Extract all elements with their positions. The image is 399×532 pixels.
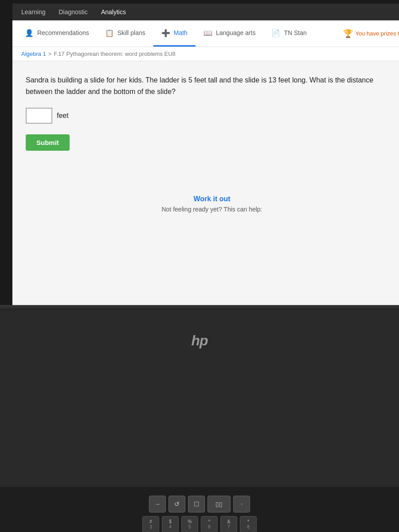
nav-item-learning[interactable]: Learning xyxy=(21,8,46,16)
key-8[interactable]: * 8 xyxy=(240,516,257,532)
key-window[interactable]: ☐ xyxy=(188,496,205,512)
answer-unit: feet xyxy=(57,112,69,120)
tab-math[interactable]: ➕ Math xyxy=(153,20,196,47)
language-arts-icon: 📖 xyxy=(203,29,212,37)
key-5[interactable]: % 5 xyxy=(181,516,198,532)
hp-logo: hp xyxy=(191,332,207,349)
nav-item-analytics[interactable]: Analytics xyxy=(101,8,126,16)
tab-recommendations-label: Recommendations xyxy=(37,29,89,36)
nav-item-diagnostic[interactable]: Diagnostic xyxy=(59,8,88,16)
tn-stan-icon: 📄 xyxy=(271,29,280,37)
tab-tn-stan[interactable]: 📄 TN Stan xyxy=(263,20,314,47)
laptop-body: hp → ↺ ☐ ▯▯ ⋅ # 3 xyxy=(0,310,399,532)
breadcrumb-subject[interactable]: Algebra 1 xyxy=(21,51,46,57)
key-6[interactable]: ^ 6 xyxy=(201,516,218,532)
main-content: Sandra is building a slide for her kids.… xyxy=(12,61,399,239)
tab-tn-stan-label: TN Stan xyxy=(284,29,306,36)
key-arrow[interactable]: → xyxy=(149,496,166,512)
keyboard-row-1: → ↺ ☐ ▯▯ ⋅ xyxy=(13,496,386,512)
question-text: Sandra is building a slide for her kids.… xyxy=(26,74,398,97)
tab-bar: 👤 Recommendations 📋 Skill plans ➕ Math 📖… xyxy=(12,20,399,47)
tab-skill-plans-label: Skill plans xyxy=(117,29,145,36)
trophy-icon: 🏆 xyxy=(343,29,353,39)
tab-recommendations[interactable]: 👤 Recommendations xyxy=(17,20,97,47)
answer-row: feet xyxy=(26,108,398,124)
key-refresh[interactable]: ↺ xyxy=(168,496,185,512)
work-it-out-section: Work it out Not feeling ready yet? This … xyxy=(26,186,398,222)
math-icon: ➕ xyxy=(161,29,170,37)
tab-language-arts-label: Language arts xyxy=(216,29,256,36)
key-multi-window[interactable]: ▯▯ xyxy=(207,496,231,512)
breadcrumb-bar: Algebra 1 > F.17 Pythagorean theorem: wo… xyxy=(12,47,399,61)
skill-plans-icon: 📋 xyxy=(105,29,114,37)
prizes-area: 🏆 You have prizes to xyxy=(343,20,399,47)
laptop-hinge xyxy=(0,305,399,310)
prizes-info[interactable]: 🏆 You have prizes to xyxy=(343,29,399,39)
keyboard: → ↺ ☐ ▯▯ ⋅ # 3 $ 4 xyxy=(0,487,399,532)
work-it-out-title[interactable]: Work it out xyxy=(35,195,389,203)
top-navigation: Learning Diagnostic Analytics xyxy=(12,4,399,20)
tab-skill-plans[interactable]: 📋 Skill plans xyxy=(97,20,153,47)
tab-language-arts[interactable]: 📖 Language arts xyxy=(196,20,264,47)
keyboard-row-2: # 3 $ 4 % 5 ^ 6 & 7 * 8 xyxy=(13,516,386,532)
key-7[interactable]: & 7 xyxy=(220,516,237,532)
prizes-text: You have prizes to xyxy=(356,30,399,37)
key-3[interactable]: # 3 xyxy=(142,516,159,532)
work-it-out-subtitle: Not feeling ready yet? This can help: xyxy=(35,206,389,213)
key-dot[interactable]: ⋅ xyxy=(233,496,250,512)
answer-input[interactable] xyxy=(26,108,52,124)
tab-math-label: Math xyxy=(174,29,188,36)
recommendations-icon: 👤 xyxy=(25,29,34,37)
breadcrumb-separator: > xyxy=(48,51,52,57)
breadcrumb-topic: F.17 Pythagorean theorem: word problems … xyxy=(54,51,176,57)
key-4[interactable]: $ 4 xyxy=(162,516,179,532)
breadcrumb: Algebra 1 > F.17 Pythagorean theorem: wo… xyxy=(21,51,176,57)
submit-button[interactable]: Submit xyxy=(26,134,70,151)
